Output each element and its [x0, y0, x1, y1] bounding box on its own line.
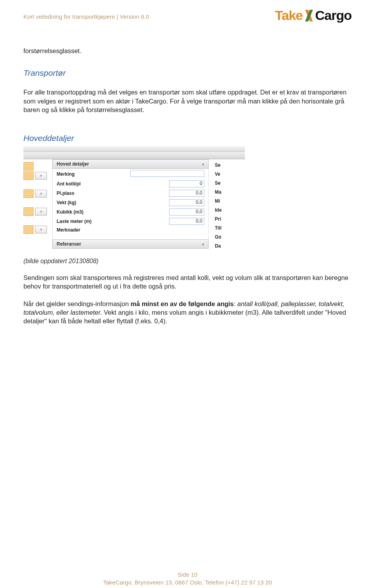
paragraph-transportor: For alle transportoppdrag må det velges …: [23, 88, 352, 114]
form-row-plplass: Pl.plass 0,0: [52, 189, 209, 198]
screenshot-topbar: [23, 146, 245, 152]
paragraph-nar: Når det gjelder sendings-informasjon må …: [23, 299, 352, 326]
screenshot-form-panel: Hoved detaljer « Merking Ant kolli/pl 0 …: [52, 159, 209, 249]
text-bold: må minst en av de følgende angis: [130, 300, 234, 307]
collapse-icon: «: [202, 162, 204, 166]
form-row-lastemeter: Laste meter (m) 0,0: [52, 217, 209, 226]
footer-address: TakeCargo, Brynsveien 13, 0667 Oslo, Tel…: [0, 579, 375, 586]
expand-button[interactable]: »: [35, 172, 47, 180]
page-header: Kort veiledning for transportkjøpere | V…: [23, 8, 352, 23]
screenshot-topbar2: [23, 152, 245, 159]
screenshot-left-column: » » » »: [23, 159, 52, 234]
image-caption: (bilde oppdatert 20130808): [23, 258, 352, 265]
expand-button[interactable]: »: [35, 226, 47, 233]
logo: Take Cargo: [275, 8, 352, 23]
field-label: Ant kolli/pl: [57, 181, 115, 187]
merking-input[interactable]: [130, 170, 204, 177]
cut-label: Se: [215, 161, 238, 170]
vekt-input[interactable]: 0,0: [169, 199, 204, 206]
embedded-screenshot: » » » »: [23, 146, 245, 251]
cut-label: Se: [215, 179, 238, 188]
field-label: Kubikk (m3): [57, 209, 115, 215]
orange-marker: [23, 171, 34, 180]
cut-label: Mi: [215, 197, 238, 206]
panel-title: Referanser: [57, 241, 81, 247]
text-span: Når det gjelder sendings-informasjon: [23, 300, 130, 307]
form-row-antkolli: Ant kolli/pl 0: [52, 179, 209, 189]
lastemeter-input[interactable]: 0,0: [169, 218, 204, 225]
orange-marker: [23, 162, 34, 171]
orange-marker: [23, 225, 34, 234]
page-footer: Side 10 TakeCargo, Brynsveien 13, 0667 O…: [0, 571, 375, 587]
panel-title: Hoved detaljer: [57, 161, 89, 167]
panel-header-referanser[interactable]: Referanser «: [52, 239, 209, 249]
form-row-kubikk: Kubikk (m3) 0,0: [52, 207, 209, 217]
cut-label: Till: [215, 224, 238, 233]
form-row-vekt: Vekt (kg) 0,0: [52, 198, 209, 207]
cut-label: Ide: [215, 206, 238, 215]
form-row-merknader: Merknader: [52, 226, 209, 234]
logo-x-icon: [304, 9, 314, 22]
form-row-merking: Merking: [52, 169, 209, 179]
field-label: Merknader: [57, 227, 115, 233]
orange-marker: [23, 189, 34, 198]
cut-label: Ve: [215, 170, 238, 179]
antkolli-input[interactable]: 0: [169, 180, 204, 187]
cut-label: Go: [215, 233, 238, 242]
screenshot-right-column: Se Ve Se Ma Mi Ide Pri Till Go Da: [209, 159, 238, 251]
cut-label: Ma: [215, 188, 238, 197]
header-left-text: Kort veiledning for transportkjøpere | V…: [23, 8, 149, 20]
panel-header-hoved[interactable]: Hoved detaljer «: [52, 159, 209, 169]
logo-cargo: Cargo: [315, 8, 352, 23]
text-fragment-1: forstørrelsesglasset.: [23, 46, 352, 55]
field-label: Merking: [57, 171, 115, 177]
heading-hoveddetaljer: Hoveddetaljer: [23, 134, 352, 143]
expand-button[interactable]: »: [35, 190, 47, 198]
orange-marker: [23, 207, 34, 216]
cut-label: Da: [215, 242, 238, 251]
field-label: Laste meter (m): [57, 219, 115, 224]
field-label: Pl.plass: [57, 191, 115, 196]
logo-take: Take: [275, 8, 303, 23]
collapse-icon: «: [202, 242, 204, 246]
kubikk-input[interactable]: 0,0: [169, 208, 204, 216]
heading-transportor: Transportør: [23, 68, 352, 78]
footer-page-number: Side 10: [0, 571, 375, 579]
expand-button[interactable]: »: [35, 208, 47, 216]
field-label: Vekt (kg): [57, 200, 115, 205]
paragraph-sending: Sendingen som skal transporteres må regi…: [23, 273, 352, 291]
cut-label: Pri: [215, 215, 238, 224]
plplass-input[interactable]: 0,0: [169, 190, 204, 197]
